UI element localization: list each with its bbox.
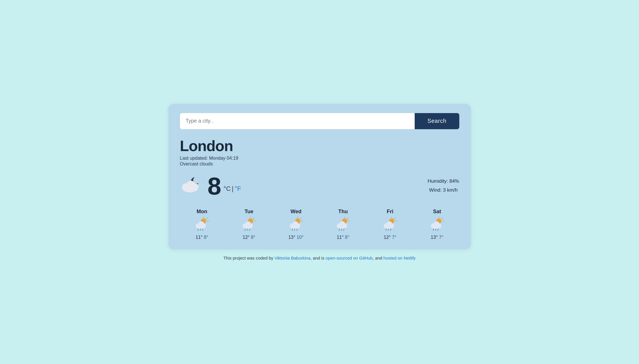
forecast-icon xyxy=(335,217,350,232)
author-link[interactable]: Viktoriia Baburkina, xyxy=(274,256,312,260)
svg-line-52 xyxy=(395,218,395,219)
forecast-day-name: Mon xyxy=(197,209,207,215)
celsius-unit[interactable]: °C xyxy=(223,185,231,193)
forecast-low: 8° xyxy=(345,235,349,240)
forecast-day-thu: Thu xyxy=(321,209,365,240)
forecast-high: 11° xyxy=(196,235,202,240)
forecast-high: 12° xyxy=(384,235,391,240)
svg-line-63 xyxy=(442,218,442,219)
forecast-day-mon: Mon xyxy=(180,209,224,240)
footer-middle: and is xyxy=(312,256,325,260)
forecast-icon xyxy=(289,217,304,232)
svg-line-27 xyxy=(249,229,250,230)
svg-line-19 xyxy=(253,218,254,219)
svg-point-35 xyxy=(296,223,300,227)
forecast-day-name: Fri xyxy=(387,209,393,215)
weather-card: Search London Last updated: Monday 04:19… xyxy=(168,104,471,249)
forecast-day-name: Tue xyxy=(244,209,253,215)
svg-point-46 xyxy=(343,223,347,227)
forecast-temps: 13° 10° xyxy=(288,235,304,240)
svg-line-16 xyxy=(202,229,203,230)
svg-point-57 xyxy=(390,223,394,227)
svg-line-8 xyxy=(206,218,207,219)
current-weather-row: 8 °C | °F Humidity: 84% Wind: 3 km/h xyxy=(180,174,459,198)
netlify-link[interactable]: hosted on Netlify xyxy=(384,256,416,260)
forecast-icon xyxy=(382,217,397,232)
forecast-high: 11° xyxy=(337,235,344,240)
svg-line-69 xyxy=(433,229,434,230)
svg-line-14 xyxy=(198,229,198,230)
humidity-wind-info: Humidity: 84% Wind: 3 km/h xyxy=(428,177,459,195)
forecast-row: Mon xyxy=(180,209,459,240)
forecast-temps: 11° 8° xyxy=(196,235,208,240)
forecast-day-wed: Wed xyxy=(274,209,318,240)
forecast-low: 8° xyxy=(204,235,208,240)
forecast-day-name: Wed xyxy=(291,209,302,215)
forecast-temps: 13° 7° xyxy=(431,235,443,240)
temperature-unit: °C | °F xyxy=(223,185,241,193)
wind-value: Wind: 3 km/h xyxy=(428,186,459,195)
forecast-high: 13° xyxy=(288,235,295,240)
forecast-day-name: Sat xyxy=(433,209,441,215)
forecast-icon xyxy=(241,217,256,232)
footer-prefix: This project was coded by xyxy=(223,256,275,260)
footer: This project was coded by Viktoriia Babu… xyxy=(223,256,416,260)
svg-point-5 xyxy=(191,183,198,190)
forecast-low: 7° xyxy=(439,235,443,240)
svg-line-71 xyxy=(438,229,438,230)
svg-line-36 xyxy=(292,229,293,230)
svg-line-47 xyxy=(339,229,340,230)
city-search-input[interactable] xyxy=(180,113,415,129)
forecast-low: 7° xyxy=(392,235,396,240)
search-row: Search xyxy=(180,113,459,129)
weather-description: Overcast clouds xyxy=(180,161,459,167)
humidity-value: Humidity: 84% xyxy=(428,177,459,186)
forecast-day-tue: Tue xyxy=(227,209,271,240)
svg-line-41 xyxy=(348,218,348,219)
fahrenheit-unit[interactable]: °F xyxy=(235,185,241,193)
last-updated: Last updated: Monday 04:19 xyxy=(180,156,459,161)
forecast-temps: 12° 8° xyxy=(243,235,255,240)
svg-line-49 xyxy=(344,229,344,230)
forecast-icon xyxy=(430,217,445,232)
svg-line-38 xyxy=(297,229,297,230)
forecast-high: 13° xyxy=(431,235,438,240)
github-link[interactable]: open-sourced on GitHub xyxy=(326,256,373,260)
city-name: London xyxy=(180,137,459,155)
search-button[interactable]: Search xyxy=(415,113,459,129)
forecast-day-name: Thu xyxy=(338,209,348,215)
forecast-low: 8° xyxy=(251,235,255,240)
forecast-high: 12° xyxy=(243,235,250,240)
svg-line-25 xyxy=(245,229,245,230)
current-weather-icon xyxy=(180,175,203,197)
forecast-low: 10° xyxy=(297,235,304,240)
current-temperature: 8 xyxy=(208,174,221,198)
svg-line-60 xyxy=(390,229,391,230)
forecast-day-sat: Sat xyxy=(415,209,459,240)
forecast-temps: 12° 7° xyxy=(384,235,397,240)
forecast-icon xyxy=(194,217,209,232)
svg-point-13 xyxy=(202,223,206,227)
svg-point-68 xyxy=(437,223,441,227)
forecast-day-fri: Fri xyxy=(368,209,412,240)
svg-line-30 xyxy=(301,218,301,219)
svg-point-24 xyxy=(249,223,253,227)
svg-line-58 xyxy=(386,229,386,230)
unit-separator: | xyxy=(232,185,234,193)
footer-and: , and xyxy=(373,256,384,260)
forecast-temps: 11° 8° xyxy=(337,235,349,240)
app-wrapper: Search London Last updated: Monday 04:19… xyxy=(168,104,471,260)
